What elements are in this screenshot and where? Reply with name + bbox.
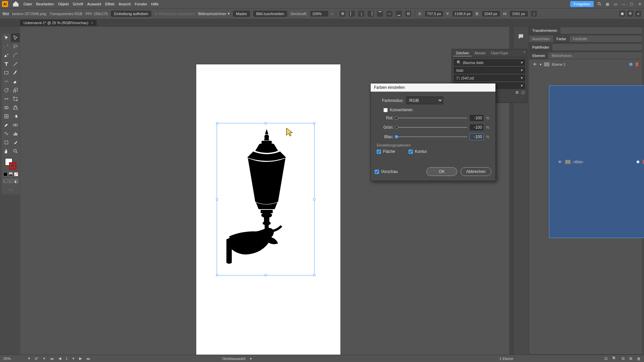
new-layer-icon[interactable]: ⊞ [629,356,632,361]
pen-tool[interactable] [2,51,11,60]
eyedropper-tool[interactable] [2,121,11,129]
glyph-snap-icon[interactable]: ⊞ [516,90,519,95]
align-mid-icon[interactable]: ─ [386,11,392,17]
layer-row[interactable]: 👁 ▾ Ebene 1 [532,61,640,67]
type-tool[interactable] [2,60,11,68]
tab-zeichen[interactable]: Zeichen [453,50,472,56]
sublayer-name[interactable]: <Bild> [573,160,583,164]
tab-pathfinder[interactable]: Pathfinder [529,44,552,51]
find-layer-icon[interactable]: 🔍 [612,356,617,361]
rotation-field[interactable]: 0° [35,357,39,361]
opacity-field[interactable]: 100% [311,11,328,16]
menu-auswahl[interactable]: Auswahl [87,2,101,6]
preview-checkbox[interactable] [375,170,379,174]
crop-button[interactable]: Bild zuschneiden [253,11,287,17]
color-mode-select[interactable]: RGB [406,97,443,104]
align-left-icon[interactable]: ▏ [349,11,355,17]
menu-overflow-icon[interactable]: ≡ [635,11,641,17]
align-right-icon[interactable]: ▕ [368,11,374,17]
hand-tool[interactable] [2,147,11,156]
curvature-tool[interactable] [11,51,20,60]
isolate-icon[interactable]: ▣ [619,11,625,17]
red-value[interactable]: -100 [470,115,483,121]
align-top-icon[interactable]: ▔ [377,11,383,17]
scale-tool[interactable] [11,86,20,95]
comments-icon[interactable] [515,32,527,42]
green-value[interactable]: -100 [470,124,483,130]
mesh-tool[interactable] [2,112,11,121]
blue-slider[interactable] [396,136,467,137]
menu-schrift[interactable]: Schrift [73,2,83,6]
fill-checkbox[interactable] [377,149,381,154]
layer-target-icon[interactable] [636,160,640,164]
cancel-button[interactable]: Abbrechen [461,167,491,176]
draw-behind-icon[interactable]: ◐ [14,179,18,183]
image-trace-button[interactable]: Bildnachzeichner▾ [198,11,230,16]
none-mode-icon[interactable] [14,172,18,176]
document-tab[interactable]: Unbenannt-1* @ 25 % (RGB/Vorschau) × [20,20,97,26]
menu-objekt[interactable]: Objekt [58,2,69,6]
artboard-nav-last-icon[interactable]: ⏭ [87,357,90,361]
w-field[interactable]: 1043 px [482,11,500,16]
transform-icon[interactable]: ⊞ [339,11,345,17]
draw-normal-icon[interactable]: ○ [9,179,13,183]
align-bot-icon[interactable]: ▁ [396,11,402,17]
font-style-field[interactable]: Italic▾ [454,67,525,73]
blend-tool[interactable] [11,121,20,129]
glyph-info-icon[interactable]: ⓘ [521,90,525,95]
tab-colorguide[interactable]: Farbhilfe [570,36,591,42]
workspace-icon[interactable]: ▭ [613,2,618,6]
menu-effekt[interactable]: Effekt [105,2,114,6]
stroke-checkbox[interactable] [409,149,413,154]
h-field[interactable]: 1561 px [510,11,528,16]
placed-image[interactable] [220,127,310,272]
panel-menu-icon[interactable]: ≡ [524,50,526,56]
artboard-tool[interactable] [2,138,11,147]
artboard-nav-fwd-icon[interactable]: ▶ [79,356,82,361]
menu-hilfe[interactable]: Hilfe [151,2,159,6]
menu-datei[interactable]: Datei [23,2,32,6]
y-field[interactable]: 1108,5 px [453,11,472,16]
free-transform-tool[interactable] [11,95,20,103]
maximize-icon[interactable]: ☐ [629,2,634,6]
mask-button[interactable]: Maske [233,11,250,17]
direct-selection-tool[interactable] [11,34,20,42]
menu-ansicht[interactable]: Ansicht [118,2,130,6]
menu-fenster[interactable]: Fenster [135,2,147,6]
lasso-tool[interactable] [11,42,20,51]
disclosure-icon[interactable]: ▾ [540,62,542,67]
graph-tool[interactable] [11,129,20,138]
red-slider[interactable] [396,118,467,118]
tab-libraries[interactable]: Bibliotheken [548,52,575,59]
width-tool[interactable] [2,95,11,103]
edit-toolbar-icon[interactable]: ⋯ [2,186,20,194]
visibility-icon[interactable]: 👁 [533,62,538,66]
magic-wand-tool[interactable] [2,42,11,51]
perspective-tool[interactable] [11,103,20,112]
artboard[interactable] [196,64,340,356]
shape-builder-tool[interactable] [2,103,11,112]
close-icon[interactable]: ✕ [637,2,642,6]
fill-stroke[interactable] [2,156,20,172]
selection-tool[interactable] [2,34,11,42]
visibility-icon[interactable]: 👁 [558,160,563,164]
artboard-number[interactable]: 1 [66,357,68,361]
blue-value[interactable]: -100 [470,134,483,140]
stroke-swatch[interactable] [9,162,16,170]
tab-layers[interactable]: Ebenen [529,52,548,59]
rotate-tool[interactable] [2,86,11,95]
color-mode-icon[interactable] [3,172,7,176]
arrange-icon[interactable]: ▦ [605,2,610,6]
delete-layer-icon[interactable]: 🗑 [637,357,641,361]
gradient-mode-icon[interactable] [9,172,13,176]
pref-icon[interactable]: ⚙ [627,11,633,17]
convert-checkbox[interactable] [383,108,388,112]
font-size-field[interactable]: T↕ (540 pt)▾ [454,75,525,81]
tab-absatz[interactable]: Absatz [472,50,488,56]
x-field[interactable]: 737,5 px [425,11,443,16]
share-button[interactable]: Freigeben [570,1,594,7]
menu-bearbeiten[interactable]: Bearbeiten [36,2,54,6]
tab-align[interactable]: Ausrichten [529,36,553,42]
zoom-tool[interactable] [11,147,20,156]
linked-filename[interactable]: lantern-2572846.png [12,12,46,16]
